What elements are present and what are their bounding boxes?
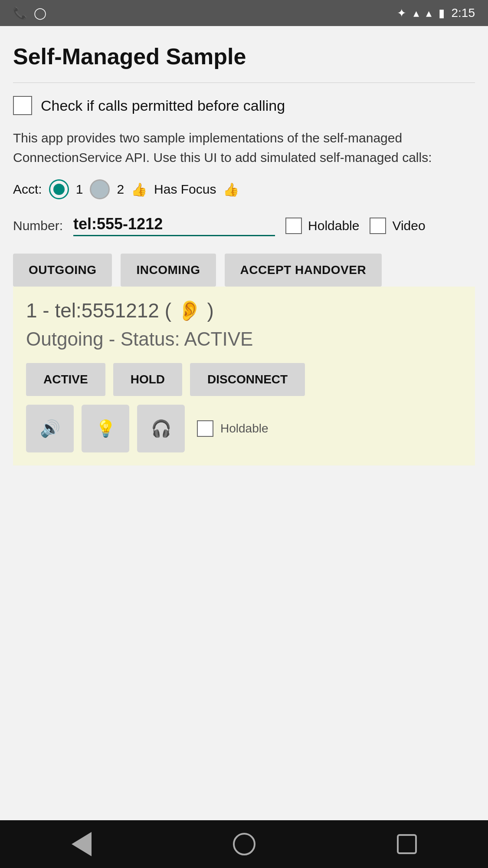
call-status-line: Outgoing - Status: ACTIVE (26, 328, 462, 350)
video-row: Video (370, 218, 425, 234)
status-bar: 📞 ◯ ✦ ▴ ▴ ▮ 2:15 (0, 0, 488, 26)
number-label: Number: (13, 218, 63, 233)
video-label: Video (392, 218, 425, 233)
outgoing-button[interactable]: OUTGOING (13, 254, 112, 287)
number-row: Number: Holdable Video (13, 215, 475, 236)
check-permission-label: Check if calls permitted before calling (41, 97, 285, 114)
hold-button[interactable]: HOLD (113, 363, 182, 396)
number-input[interactable] (73, 215, 275, 236)
call-holdable-checkbox[interactable] (197, 420, 213, 437)
home-icon (233, 833, 255, 855)
wifi-icon: ▴ (413, 7, 419, 20)
acct2-radio[interactable] (90, 179, 110, 199)
video-checkbox[interactable] (370, 218, 386, 234)
title-divider (13, 83, 475, 83)
call-action-row: ACTIVE HOLD DISCONNECT (26, 363, 462, 396)
holdable-checkbox[interactable] (285, 218, 302, 234)
active-button[interactable]: ACTIVE (26, 363, 105, 396)
description-text: This app provides two sample implementat… (13, 128, 475, 167)
check-permission-row: Check if calls permitted before calling (13, 96, 475, 115)
sync-icon: ◯ (34, 7, 46, 20)
app-title: Self-Managed Sample (13, 43, 475, 69)
thumbsup-emoji: 👍 (131, 182, 147, 197)
incoming-button[interactable]: INCOMING (121, 254, 216, 287)
has-focus-label: Has Focus (154, 182, 216, 197)
content-spacer (13, 465, 475, 812)
call-holdable-label: Holdable (220, 422, 269, 436)
headphone-icon: 🎧 (151, 419, 171, 438)
action-buttons-row: OUTGOING INCOMING ACCEPT HANDOVER (13, 254, 475, 287)
speaker-button[interactable]: 🔊 (26, 405, 74, 452)
acct-label: Acct: (13, 182, 42, 197)
acct1-radio[interactable] (49, 179, 69, 199)
acct1-number: 1 (76, 182, 83, 197)
voicemail-icon: 📞 (13, 7, 27, 20)
back-button[interactable] (64, 827, 99, 861)
accept-handover-button[interactable]: ACCEPT HANDOVER (225, 254, 382, 287)
bluetooth-icon: ✦ (397, 7, 406, 20)
status-bar-left: 📞 ◯ (13, 7, 46, 20)
call-icon-row: 🔊 💡 🎧 Holdable (26, 405, 462, 452)
recents-button[interactable] (390, 827, 424, 861)
acct2-number: 2 (117, 182, 124, 197)
signal-icon: ▴ (426, 7, 432, 20)
has-focus-emoji: 👍 (223, 182, 239, 197)
holdable-row: Holdable (285, 218, 359, 234)
main-content: Self-Managed Sample Check if calls permi… (0, 26, 488, 820)
status-bar-right: ✦ ▴ ▴ ▮ 2:15 (397, 6, 475, 20)
home-button[interactable] (227, 827, 262, 861)
back-icon (72, 832, 92, 856)
headphone-button[interactable]: 🎧 (137, 405, 185, 452)
recents-icon (397, 834, 417, 854)
bottom-nav (0, 820, 488, 868)
clock: 2:15 (452, 6, 475, 20)
acct-row: Acct: 1 2 👍 Has Focus 👍 (13, 179, 475, 199)
disconnect-button[interactable]: DISCONNECT (190, 363, 305, 396)
holdable-label: Holdable (308, 218, 359, 233)
bulb-icon: 💡 (95, 419, 116, 438)
battery-icon: ▮ (439, 7, 445, 20)
check-permission-checkbox[interactable] (13, 96, 32, 115)
speaker-icon: 🔊 (40, 419, 60, 438)
acct1-radio-inner (53, 184, 65, 195)
call-holdable-row: Holdable (197, 420, 269, 437)
bulb-button[interactable]: 💡 (82, 405, 129, 452)
acct2-radio-inner (94, 184, 105, 195)
call-card: 1 - tel:5551212 ( 👂 ) Outgoing - Status:… (13, 287, 475, 465)
call-number-line: 1 - tel:5551212 ( 👂 ) (26, 299, 462, 322)
